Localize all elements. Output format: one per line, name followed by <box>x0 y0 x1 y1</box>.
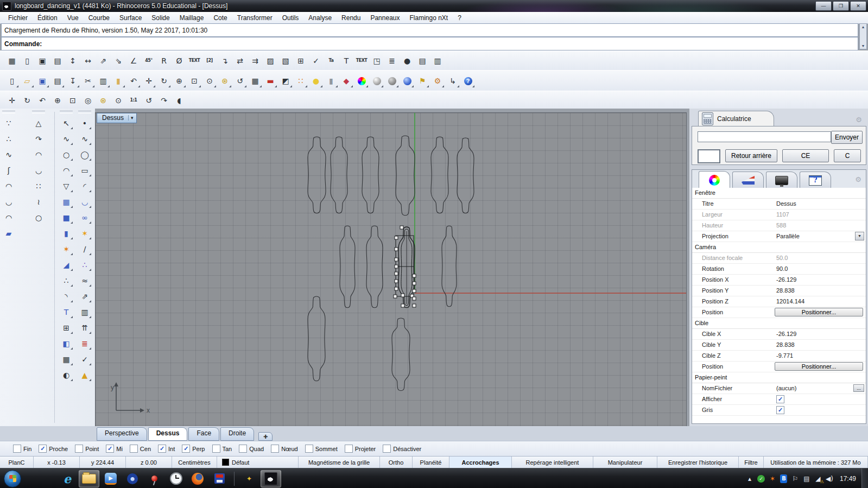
rendered-sphere-button[interactable] <box>400 74 414 88</box>
status-manipulateur[interactable]: Manipulateur <box>593 457 657 468</box>
tab-droite[interactable]: Droite <box>220 427 254 441</box>
arc-button[interactable]: ◠ <box>59 162 74 178</box>
osnap-d-sactiver[interactable]: Désactiver <box>383 445 421 453</box>
menu-[interactable]: ? <box>453 13 466 23</box>
usb-eject-icon[interactable]: ✓ <box>756 474 766 484</box>
dim-check-button[interactable]: ✓ <box>309 54 323 68</box>
osnap-cen[interactable]: Cen <box>130 445 151 453</box>
longboard-outline[interactable] <box>340 226 355 308</box>
longboard-outline[interactable] <box>431 137 448 213</box>
fillet-curve-button[interactable]: ◝ <box>59 288 74 304</box>
menu-outils[interactable]: Outils <box>277 13 304 23</box>
undo-view-button[interactable]: ↶ <box>35 93 49 107</box>
dim-45-button[interactable]: 45° <box>142 54 156 68</box>
network-icon[interactable]: ◢⚠ <box>813 474 823 484</box>
menu-courbe[interactable]: Courbe <box>84 13 115 23</box>
prop-button-position[interactable]: Positionner... <box>775 308 863 316</box>
copy-button[interactable]: ▥ <box>96 74 110 88</box>
status-ortho[interactable]: Ortho <box>380 457 413 468</box>
osnap-checkbox-mi[interactable]: ✓ <box>106 445 114 453</box>
menu-flamingo-nxt[interactable]: Flamingo nXt <box>404 13 453 23</box>
open-file-button[interactable]: ▱ <box>20 74 34 88</box>
maximize-button[interactable]: ❐ <box>833 1 849 11</box>
pan-button[interactable]: ✛ <box>142 74 156 88</box>
text-find-button[interactable]: T <box>339 54 353 68</box>
named-view-car-button[interactable]: ▬ <box>263 74 277 88</box>
menu-analyse[interactable]: Analyse <box>303 13 337 23</box>
show-desktop-button[interactable] <box>861 468 868 488</box>
shell-solid-button[interactable]: ◐ <box>59 367 74 383</box>
tab-perspective[interactable]: Perspective <box>97 427 147 441</box>
status-planc[interactable]: PlanC <box>0 457 34 468</box>
cone-pyramid-button[interactable]: ▲ <box>77 367 92 383</box>
toolbar-grip[interactable] <box>32 111 45 113</box>
control-point[interactable] <box>395 265 398 268</box>
annotate-3d-button[interactable]: ◳ <box>370 54 384 68</box>
help-button[interactable]: ? <box>461 74 475 88</box>
leader-2-button[interactable]: [2] <box>202 54 217 68</box>
osnap-int[interactable]: ✓Int <box>158 445 175 453</box>
point-dashed-button[interactable]: ∵ <box>1 115 16 131</box>
menu-vue[interactable]: Vue <box>62 13 84 23</box>
scale-object-button[interactable]: ⇗ <box>77 288 92 304</box>
extrude-surface-button[interactable]: ⇈ <box>77 320 92 335</box>
zoom-dynamic-button[interactable]: ⊕ <box>172 74 186 88</box>
browse-file-button[interactable]: ... <box>853 384 864 392</box>
control-point[interactable] <box>401 294 404 297</box>
dim-diameter-button[interactable]: Ø <box>172 54 186 68</box>
toolbar-grip[interactable] <box>78 111 91 113</box>
linear-array-button[interactable]: ≣ <box>77 335 92 351</box>
cplane-button[interactable]: ◩ <box>278 74 293 88</box>
pan-view-button[interactable]: ✛ <box>5 93 19 107</box>
ellipse-button[interactable]: ◯ <box>77 147 92 162</box>
point-trio-button[interactable]: ∴ <box>59 272 74 288</box>
tab-dessus[interactable]: Dessus <box>148 427 188 441</box>
interpolate-curve-button[interactable]: ∿ <box>77 131 92 147</box>
status-d-faut[interactable]: Défaut <box>217 457 299 468</box>
menu-solide[interactable]: Solide <box>147 13 174 23</box>
osnap-checkbox-quad[interactable] <box>239 445 247 453</box>
longboard-outline[interactable] <box>366 226 383 308</box>
tab-calculatrice[interactable]: Calculatrice <box>698 111 774 126</box>
command-scrollbar[interactable]: ▲ ▼ <box>859 23 867 49</box>
dropdown-arrow-icon[interactable]: ▼ <box>855 232 864 240</box>
polygon-button[interactable]: ▽ <box>59 178 74 194</box>
longboard-outline[interactable] <box>396 136 415 216</box>
menu-fichier[interactable]: Fichier <box>3 13 33 23</box>
zoom-window-button[interactable]: ⊡ <box>187 74 201 88</box>
object-snap-points-button[interactable]: ∷ <box>294 74 308 88</box>
gear-icon[interactable]: ⚙ <box>855 175 861 183</box>
color-wheel-button[interactable] <box>354 74 369 88</box>
dim-chain-button[interactable]: ⇉ <box>248 54 262 68</box>
osnap-checkbox-int[interactable]: ✓ <box>158 445 166 453</box>
scroll-down-icon[interactable]: ▼ <box>861 44 865 48</box>
patch-surface-button[interactable]: ▰ <box>1 225 16 241</box>
copy-object-button[interactable]: ▥ <box>77 304 92 320</box>
dim-radius-button[interactable]: R <box>157 54 171 68</box>
osnap-tan[interactable]: Tan <box>212 445 232 453</box>
circle-tangent-button[interactable]: △ <box>31 115 46 131</box>
save-file-button[interactable]: ▣ <box>35 74 49 88</box>
lamp-button[interactable]: ● <box>309 74 323 88</box>
tab-display[interactable] <box>766 172 797 188</box>
tab-face[interactable]: Face <box>188 427 219 441</box>
prop-text-position-x[interactable]: -26.129 <box>776 276 796 283</box>
status-accrochages[interactable]: Accrochages <box>449 457 512 468</box>
start-button[interactable] <box>0 468 25 488</box>
control-point[interactable] <box>395 236 398 239</box>
dim-horizontal-button[interactable]: ↔ <box>81 54 95 68</box>
osnap-checkbox-d-sactiver[interactable] <box>383 445 391 453</box>
render-preview-sphere-button[interactable]: ● <box>400 54 414 68</box>
osnap-checkbox-proche[interactable]: ✓ <box>39 445 47 453</box>
rectangle-button[interactable]: ▭ <box>77 162 92 178</box>
tray-expand-icon[interactable]: ▴ <box>745 474 755 484</box>
flag-button[interactable]: ⚑ <box>415 74 429 88</box>
minimize-button[interactable]: — <box>815 1 832 11</box>
dim-rotated-button[interactable]: ⇘ <box>111 54 125 68</box>
color-points-button[interactable]: ∴ <box>77 257 92 272</box>
osnap-checkbox-cen[interactable] <box>130 445 138 453</box>
export-selected-button[interactable]: ▤ <box>50 54 65 68</box>
prop-checkbox-afficher[interactable]: ✓ <box>776 395 784 403</box>
osnap-point[interactable]: Point <box>75 445 99 453</box>
tab-material[interactable] <box>732 172 764 188</box>
